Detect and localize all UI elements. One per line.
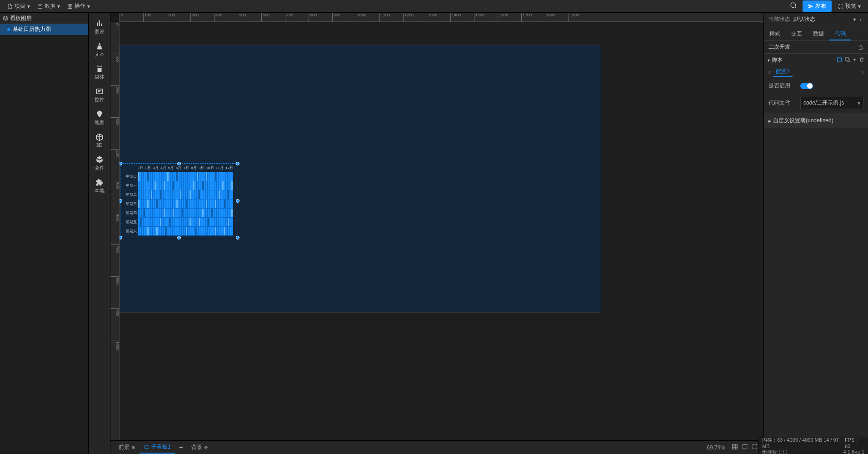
cube-icon: [95, 133, 104, 141]
top-menu-bar: 项目 ▾ 数据 ▾ 操作 ▾ 发布 预览 ▾: [0, 0, 868, 13]
inspector-tab-data[interactable]: 数据: [808, 26, 829, 40]
board-icon: [144, 444, 150, 450]
fit-icon: [732, 444, 738, 450]
resize-handle-w[interactable]: [120, 199, 122, 203]
canvas-stage[interactable]: 1月2月3月4月5月6月7月8月9月10月11月12月 星期日星期一星期二星期三…: [120, 22, 763, 440]
config-tab-1[interactable]: 配置1: [773, 67, 793, 77]
config-prev-button[interactable]: ‹: [768, 69, 771, 75]
svg-rect-7: [145, 445, 149, 449]
resize-handle-nw[interactable]: [120, 162, 122, 165]
media-icon: [95, 65, 104, 73]
menu-operate[interactable]: 操作 ▾: [64, 0, 94, 12]
svg-rect-1: [68, 4, 70, 6]
grid-button[interactable]: [740, 442, 750, 453]
svg-rect-8: [733, 444, 738, 449]
resize-handle-n[interactable]: [177, 162, 181, 165]
svg-point-0: [38, 4, 42, 5]
chevron-right-icon: ▸: [768, 118, 771, 124]
search-button[interactable]: [787, 0, 800, 13]
add-tab-button[interactable]: +: [175, 442, 187, 454]
inspector-tabs: 样式 交互 数据 代码: [764, 26, 868, 41]
custom-settings-section[interactable]: ▸ 自定义设置项(undefined): [764, 113, 868, 128]
codefile-row: 代码文件 code/二开示例.js ▾: [764, 93, 868, 113]
resize-handle-e[interactable]: [236, 199, 239, 203]
chart-icon: [95, 19, 104, 27]
svg-rect-2: [70, 4, 72, 6]
svg-rect-11: [837, 58, 841, 61]
expand-icon: [838, 4, 843, 9]
artboard[interactable]: 1月2月3月4月5月6月7月8月9月10月11月12月 星期日星期一星期二星期三…: [120, 45, 601, 313]
heatmap-widget[interactable]: 1月2月3月4月5月6月7月8月9月10月11月12月 星期日星期一星期二星期三…: [120, 163, 238, 238]
puzzle-icon: [95, 178, 104, 186]
next-state-button[interactable]: ›: [858, 15, 863, 24]
search-icon: [790, 2, 797, 9]
script-section-header[interactable]: ▾ 脚本 +: [764, 54, 868, 66]
add-state-button[interactable]: +: [851, 15, 858, 24]
heatmap-chart: 1月2月3月4月5月6月7月8月9月10月11月12月 星期日星期一星期二星期三…: [124, 165, 236, 236]
add-script-button[interactable]: +: [853, 57, 856, 63]
menu-data[interactable]: 数据 ▾: [34, 0, 64, 12]
grid2-icon: [742, 444, 748, 450]
code-view-icon[interactable]: [837, 57, 842, 62]
tool-local[interactable]: 本地: [90, 175, 109, 196]
inspector-tab-interact[interactable]: 交互: [786, 26, 808, 40]
inspector-tab-style[interactable]: 样式: [764, 26, 786, 40]
chevron-down-icon: ▾: [87, 3, 90, 10]
control-icon: [95, 87, 104, 95]
publish-button[interactable]: 发布: [803, 0, 832, 12]
tool-text[interactable]: 文本: [90, 39, 109, 60]
chevron-down-icon: ▾: [858, 3, 861, 10]
svg-rect-4: [70, 7, 72, 9]
inspector-tab-code[interactable]: 代码: [829, 26, 851, 40]
enable-toggle[interactable]: [800, 83, 813, 89]
database-icon: [37, 4, 43, 9]
tool-suite[interactable]: 套件: [90, 153, 109, 174]
resize-handle-se[interactable]: [236, 236, 239, 239]
codefile-select[interactable]: code/二开示例.js ▾: [800, 97, 863, 109]
tool-3d[interactable]: 3D: [90, 130, 109, 151]
layer-panel: 看板图层 基础日历热力图: [0, 13, 89, 454]
layer-panel-header: 看板图层: [0, 13, 88, 24]
tool-map[interactable]: 地图: [90, 107, 109, 128]
inspector-sub-header: 二次开发: [764, 41, 868, 54]
chevron-down-icon: ▾: [768, 58, 770, 63]
tool-chart[interactable]: 图表: [90, 16, 109, 37]
copy-icon[interactable]: [845, 57, 850, 62]
tab-subboard[interactable]: 子看板1: [140, 441, 175, 454]
inspector-panel: 当前状态: 默认状态 + › 样式 交互 数据 代码 二次开发 ▾ 脚本 +: [763, 13, 868, 454]
status-bar: 内存：83 / 4009 / 4096 MB 14 / 97 MB FPS：60…: [758, 438, 868, 454]
resize-handle-sw[interactable]: [120, 236, 122, 239]
text-icon: [95, 42, 104, 50]
state-label: 当前状态:: [768, 15, 792, 23]
tab-foreground[interactable]: 前景⊕: [114, 442, 140, 453]
script-config-tabs: ‹ 配置1 ›: [764, 66, 868, 78]
layer-item-heatmap[interactable]: 基础日历热力图: [0, 24, 88, 35]
layer-dot-icon: [7, 28, 10, 31]
canvas-area: 0100200300400500600700800900100011001200…: [110, 13, 763, 454]
close-icon[interactable]: ⊕: [131, 445, 135, 450]
grid-icon: [67, 4, 73, 9]
component-toolbox: 图表 文本 媒体 控件 地图 3D 套件 本地: [89, 13, 110, 454]
resize-handle-ne[interactable]: [236, 162, 239, 165]
enable-row: 是否启用: [764, 78, 868, 93]
menu-project[interactable]: 项目 ▾: [4, 0, 34, 12]
ruler-horizontal: 0100200300400500600700800900100011001200…: [120, 13, 763, 22]
lock-icon[interactable]: [858, 45, 863, 50]
chevron-down-icon: ▾: [57, 3, 60, 10]
file-icon: [7, 4, 13, 9]
tool-media[interactable]: 媒体: [90, 62, 109, 83]
ruler-vertical: 01002003004005006007008009001000: [110, 22, 120, 440]
fit-button[interactable]: [730, 442, 740, 453]
layers-icon: [3, 15, 8, 21]
tool-control[interactable]: 控件: [90, 85, 109, 105]
chevron-down-icon: ▾: [27, 3, 30, 10]
config-next-button[interactable]: ›: [861, 69, 864, 75]
svg-rect-10: [859, 47, 863, 49]
canvas-bottom-tabs: 前景⊕ 子看板1 + 背景⊕ 69.79%: [110, 440, 763, 454]
package-icon: [95, 155, 104, 164]
close-icon[interactable]: ⊕: [204, 445, 208, 450]
tab-background[interactable]: 背景⊕: [187, 442, 212, 453]
preview-button[interactable]: 预览 ▾: [834, 0, 864, 12]
delete-icon[interactable]: [859, 57, 864, 62]
resize-handle-s[interactable]: [177, 236, 181, 239]
